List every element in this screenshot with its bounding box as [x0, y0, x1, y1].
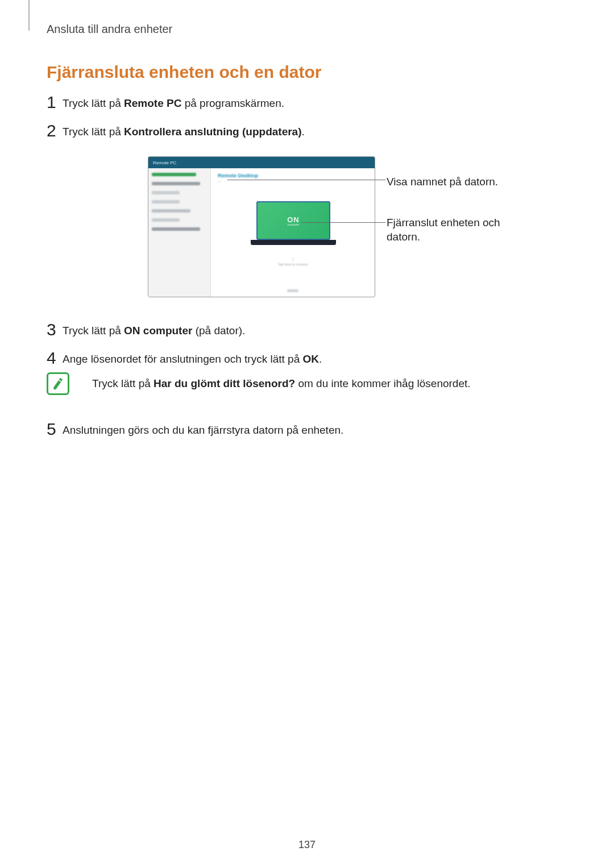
up-arrow-icon: ↑ — [278, 256, 308, 263]
text-pre: Tryck lätt på — [63, 97, 124, 109]
note-icon — [47, 372, 69, 395]
sidebar-text-line — [152, 218, 180, 222]
margin-rule — [28, 0, 30, 31]
step-number: 1 — [47, 94, 63, 111]
text-bold: Remote PC — [124, 97, 181, 109]
main-sublabel: — — [218, 180, 221, 183]
pencil-icon — [50, 376, 66, 392]
laptop-screen: ON computer — [256, 201, 330, 240]
breadcrumb: Ansluta till andra enheter — [47, 23, 172, 36]
text-post: . — [319, 353, 322, 365]
text-post: på programskärmen. — [181, 97, 284, 109]
sidebar-text-line — [152, 209, 190, 213]
sidebar-text-line — [152, 182, 200, 185]
text-pre: Tryck lätt på — [63, 126, 124, 138]
sidebar-text-line — [152, 173, 196, 176]
tablet-body: Remote Desktop — ON computer ↑ Tap here … — [148, 168, 375, 297]
step-5: 5 Anslutningen görs och du kan fjärrstyr… — [47, 421, 343, 438]
topbar-title: Remote PC — [153, 160, 176, 165]
pagination-dot — [287, 289, 298, 292]
steps-upper: 1 Tryck lätt på Remote PC på programskär… — [47, 94, 513, 151]
note-text: Tryck lätt på Har du glömt ditt lösenord… — [92, 377, 513, 390]
laptop-base — [251, 240, 336, 245]
text-bold: OK — [302, 353, 319, 365]
step-1: 1 Tryck lätt på Remote PC på programskär… — [47, 94, 513, 111]
text-bold: ON computer — [124, 325, 192, 337]
step-text: Tryck lätt på ON computer (på dator). — [63, 321, 245, 337]
main-label: Remote Desktop — [218, 173, 258, 178]
step-text: Tryck lätt på Remote PC på programskärme… — [63, 94, 284, 110]
step-text: Anslutningen görs och du kan fjärrstyra … — [63, 421, 343, 437]
step-4: 4 Ange lösenordet för anslutningen och t… — [47, 350, 513, 367]
callout-line — [227, 180, 385, 180]
tablet-mockup: Remote PC Remote Desktop — ON — [148, 156, 375, 297]
text-bold: Har du glömt ditt lösenord? — [154, 377, 295, 389]
callout-text-2: Fjärranslut enheten och datorn. — [387, 216, 512, 244]
text-post: om du inte kommer ihåg lösenordet. — [295, 377, 470, 389]
text-pre: Tryck lätt på — [63, 325, 124, 337]
step-3: 3 Tryck lätt på ON computer (på dator). — [47, 321, 513, 338]
under-laptop-caption: ↑ Tap here to connect — [278, 256, 308, 266]
step-2: 2 Tryck lätt på Kontrollera anslutning (… — [47, 122, 513, 139]
sidebar-text-line — [152, 227, 200, 231]
step-number: 5 — [47, 421, 63, 438]
steps-lower: 3 Tryck lätt på ON computer (på dator). … — [47, 321, 513, 378]
tablet-topbar: Remote PC — [148, 157, 375, 168]
note: Tryck lätt på Har du glömt ditt lösenord… — [47, 372, 513, 395]
step-number: 4 — [47, 350, 63, 367]
under-text: Tap here to connect — [278, 263, 308, 266]
text-pre: Tryck lätt på — [92, 377, 154, 389]
laptop-illustration: ON computer — [256, 201, 330, 247]
callout-text-1: Visa namnet på datorn. — [387, 175, 512, 189]
section-title: Fjärransluta enheten och en dator — [47, 63, 321, 82]
laptop-on-sub: computer — [288, 223, 300, 226]
step-text: Tryck lätt på Kontrollera anslutning (up… — [63, 122, 305, 138]
text-post: . — [302, 126, 305, 138]
step-number: 2 — [47, 122, 63, 139]
page-number: 137 — [298, 839, 316, 851]
step-number: 3 — [47, 321, 63, 338]
sidebar-text-line — [152, 200, 180, 203]
callout-line — [301, 222, 385, 223]
tablet-main: Remote Desktop — ON computer ↑ Tap here … — [211, 168, 375, 297]
text-pre: Ange lösenordet för anslutningen och try… — [63, 353, 302, 365]
sidebar-text-line — [152, 191, 180, 194]
step-text: Ange lösenordet för anslutningen och try… — [63, 350, 322, 366]
text-post: (på dator). — [192, 325, 245, 337]
tablet-sidebar — [148, 168, 211, 297]
text-bold: Kontrollera anslutning (uppdatera) — [124, 126, 301, 138]
